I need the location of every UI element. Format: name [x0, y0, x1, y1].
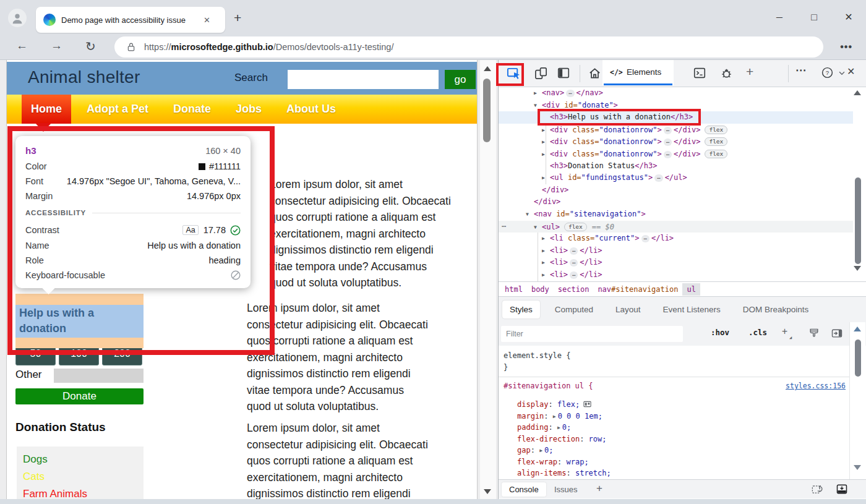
inline-expand-icon[interactable]: … [664, 127, 672, 134]
more-options-icon[interactable]: ⋯ [795, 64, 806, 77]
breadcrumb-item[interactable]: html [500, 283, 527, 296]
css-property[interactable]: flex-direction: row; [517, 435, 607, 446]
dom-tree-row[interactable]: ▶<ul id="fundingstatus">…</ul> [499, 172, 853, 184]
close-devtools-icon[interactable]: ✕ [847, 66, 855, 77]
tab-layout[interactable]: Layout [608, 301, 648, 318]
dom-tree-row[interactable]: ▶<li>…</li> [499, 245, 853, 257]
css-property[interactable]: flex-wrap: wrap; [517, 458, 589, 469]
nav-item-adopt-a-pet[interactable]: Adopt a Pet [77, 95, 158, 124]
expand-quick-view-icon[interactable] [836, 483, 848, 495]
expand-shorthand-icon[interactable]: ▶ [553, 414, 556, 419]
inline-expand-icon[interactable]: … [566, 90, 574, 97]
expand-arrow-icon[interactable]: ▶ [542, 233, 550, 245]
styles-scrollbar-thumb[interactable] [855, 340, 861, 377]
go-button[interactable]: go [445, 70, 476, 89]
breadcrumb-item[interactable]: ul [682, 283, 700, 296]
console-panel-icon[interactable] [693, 66, 706, 80]
scroll-up-icon[interactable] [484, 66, 491, 71]
expand-arrow-icon[interactable]: ▶ [542, 148, 550, 161]
expand-arrow-icon[interactable]: ▶ [542, 257, 550, 269]
open-sidebar-icon[interactable] [831, 327, 843, 340]
collapse-arrow-icon[interactable]: ▼ [526, 208, 534, 221]
status-item[interactable]: Farm Animals [23, 488, 87, 500]
maximize-button[interactable]: □ [797, 12, 831, 23]
close-button[interactable]: ✕ [831, 11, 866, 23]
flex-badge[interactable]: flex [705, 150, 727, 158]
chevron-down-icon[interactable] [838, 69, 846, 77]
nav-item-jobs[interactable]: Jobs [226, 95, 271, 124]
expand-shorthand-icon[interactable]: ▶ [539, 448, 542, 453]
toggle-element-classes[interactable]: .cls [748, 328, 767, 337]
inline-expand-icon[interactable]: … [570, 259, 578, 267]
css-property[interactable]: align-items: stretch; [517, 469, 611, 481]
css-property[interactable]: padding: ▶0; [517, 423, 571, 435]
tab-close-icon[interactable]: ✕ [204, 15, 210, 25]
tab-event-listeners[interactable]: Event Listeners [656, 301, 728, 318]
scroll-up-icon[interactable] [854, 90, 861, 95]
row-actions-ellipsis-icon[interactable]: ⋯ [502, 221, 505, 233]
home-icon[interactable] [588, 66, 602, 80]
toggle-hover-state[interactable]: :hov [711, 328, 729, 337]
browser-tab[interactable]: Demo page with accessibility issue ✕ [36, 7, 225, 33]
help-icon[interactable]: ? [821, 66, 834, 79]
css-property[interactable]: gap: ▶0; [517, 446, 553, 458]
expand-arrow-icon[interactable]: ▶ [542, 245, 550, 257]
inline-expand-icon[interactable]: … [570, 271, 578, 279]
dom-tree-row[interactable]: <h3>Donation Status</h3> [499, 160, 853, 173]
flex-badge[interactable]: flex [564, 223, 587, 231]
scroll-down-icon[interactable] [854, 465, 861, 470]
status-item[interactable]: Cats [23, 471, 45, 483]
breadcrumb-item[interactable]: section [554, 283, 594, 296]
debugger-bug-icon[interactable] [719, 66, 734, 80]
rendering-emulation-icon[interactable] [808, 327, 820, 340]
css-property[interactable]: margin: ▶0 0 0 1em; [517, 412, 602, 424]
browser-menu-icon[interactable]: ••• [840, 41, 852, 53]
element-style-rule[interactable]: element.style { [504, 351, 570, 360]
dom-tree-row[interactable]: </div> [499, 196, 853, 208]
forward-button[interactable]: → [51, 39, 62, 53]
nav-item-about-us[interactable]: About Us [277, 95, 345, 124]
donate-button[interactable]: Donate [15, 388, 144, 404]
expand-arrow-icon[interactable]: ▶ [542, 136, 550, 148]
add-drawer-tab-icon[interactable]: + [596, 482, 602, 495]
restore-drawer-icon[interactable] [811, 484, 823, 495]
dom-tree-row[interactable]: ⋯▼<ul>flex== $0 [499, 221, 853, 233]
tab-dom-breakpoints[interactable]: DOM Breakpoints [735, 301, 817, 318]
dom-tree-row[interactable]: ▶<li>…</li> [499, 269, 853, 281]
device-emulation-icon[interactable] [534, 66, 548, 80]
inline-expand-icon[interactable]: … [664, 151, 672, 158]
scroll-up-icon[interactable] [854, 327, 861, 331]
tab-issues[interactable]: Issues [554, 485, 578, 494]
inline-expand-icon[interactable]: … [654, 174, 662, 182]
add-panel-icon[interactable]: + [746, 64, 753, 79]
dom-tree-row[interactable]: ▶<div class="donationrow">…</div>flex [499, 148, 853, 160]
inline-expand-icon[interactable]: … [664, 139, 672, 146]
dom-tree-row[interactable]: ▶<li>…</li> [499, 257, 853, 269]
flex-badge[interactable]: flex [705, 137, 727, 146]
dom-tree-row[interactable]: ▶<div class="donationrow">…</div>flex [499, 135, 853, 148]
breadcrumb-item[interactable]: body [527, 283, 554, 296]
scroll-down-icon[interactable] [484, 489, 491, 494]
breadcrumb-item[interactable]: nav#sitenavigation [593, 283, 682, 296]
dom-scrollbar-thumb[interactable] [855, 177, 861, 264]
inline-expand-icon[interactable]: … [641, 235, 650, 242]
page-scrollbar-thumb[interactable] [483, 79, 491, 142]
inline-expand-icon[interactable]: … [570, 247, 578, 255]
dom-tree-row[interactable]: </div> [499, 184, 853, 197]
new-style-rule-icon[interactable]: +◢ [782, 326, 787, 337]
expand-arrow-icon[interactable]: ▶ [542, 269, 550, 281]
css-property[interactable]: display: flex; [517, 400, 591, 412]
dock-side-icon[interactable] [557, 66, 570, 80]
other-amount-input[interactable] [54, 369, 144, 383]
expand-arrow-icon[interactable]: ▶ [534, 87, 542, 100]
collapse-arrow-icon[interactable]: ▼ [534, 221, 542, 234]
nav-item-home[interactable]: Home [22, 95, 71, 124]
expand-arrow-icon[interactable]: ▶ [542, 172, 550, 184]
dom-tree-row[interactable]: ▶<nav>…</nav> [499, 87, 853, 100]
tab-console[interactable]: Console [502, 482, 546, 497]
back-button[interactable]: ← [16, 39, 28, 53]
refresh-button[interactable]: ↻ [85, 39, 96, 54]
expand-shorthand-icon[interactable]: ▶ [557, 425, 560, 430]
tab-computed[interactable]: Computed [547, 301, 601, 318]
flex-badge[interactable]: flex [705, 126, 727, 134]
